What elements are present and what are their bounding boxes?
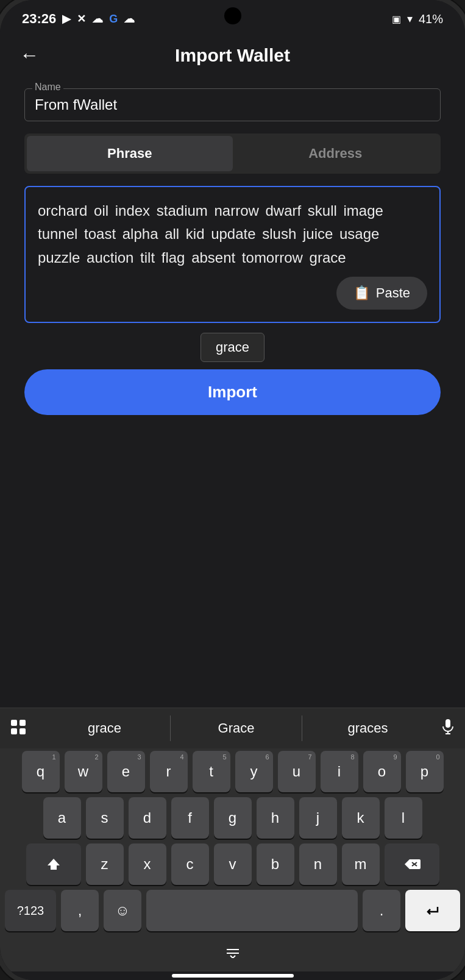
- tab-switcher: Phrase Address: [24, 133, 441, 174]
- clipboard-icon: 📋: [353, 285, 370, 301]
- autocomplete-bar: grace: [24, 333, 441, 362]
- wifi-icon: ▾: [407, 12, 413, 26]
- hide-keyboard-button[interactable]: [224, 945, 241, 962]
- key-a[interactable]: a: [43, 797, 81, 839]
- bottom-bar: [0, 939, 465, 971]
- paste-label: Paste: [376, 285, 410, 301]
- key-w[interactable]: 2w: [65, 751, 102, 792]
- key-y[interactable]: 6y: [235, 751, 273, 792]
- key-period[interactable]: .: [363, 890, 400, 931]
- suggestion-Grace[interactable]: Grace: [171, 715, 302, 741]
- key-n[interactable]: n: [299, 843, 337, 885]
- key-k[interactable]: k: [342, 797, 380, 839]
- key-shift[interactable]: [26, 843, 81, 885]
- key-space[interactable]: [146, 890, 358, 931]
- suggestion-grace[interactable]: grace: [39, 715, 171, 741]
- key-m[interactable]: m: [342, 843, 380, 885]
- key-v[interactable]: v: [214, 843, 252, 885]
- key-comma[interactable]: ,: [61, 890, 99, 931]
- keyboard-suggestions-row: grace Grace graces: [0, 708, 465, 748]
- name-field-label: Name: [32, 82, 63, 93]
- keyboard-row-3: z x c v b n m: [5, 843, 460, 885]
- import-button[interactable]: Import: [24, 369, 441, 415]
- camera-notch: [224, 7, 241, 24]
- key-u[interactable]: 7u: [278, 751, 316, 792]
- key-r[interactable]: 4r: [150, 751, 188, 792]
- home-indicator: [172, 974, 294, 978]
- key-d[interactable]: d: [129, 797, 166, 839]
- suggestion-graces[interactable]: graces: [302, 715, 433, 741]
- key-symbols[interactable]: ?123: [5, 890, 56, 931]
- key-emoji[interactable]: ☺: [104, 890, 141, 931]
- sim-icon: ▣: [392, 13, 401, 25]
- autocomplete-chip[interactable]: grace: [201, 333, 264, 362]
- page-title: Import Wallet: [175, 45, 290, 66]
- key-o[interactable]: 9o: [363, 751, 401, 792]
- key-t[interactable]: 5t: [193, 751, 230, 792]
- svg-rect-2: [11, 728, 17, 734]
- cloud-icon: ☁: [92, 12, 103, 26]
- key-z[interactable]: z: [86, 843, 124, 885]
- key-i[interactable]: 8i: [321, 751, 358, 792]
- twitter-icon: ✕: [77, 12, 86, 26]
- key-b[interactable]: b: [257, 843, 294, 885]
- key-e[interactable]: 3e: [107, 751, 145, 792]
- time: 23:26: [22, 11, 56, 27]
- keyboard-keys: 1q 2w 3e 4r 5t 6y 7u 8i 9o 0p a s d f g …: [0, 748, 465, 939]
- phrase-text: orchard oil index stadium narrow dwarf s…: [38, 199, 427, 269]
- key-enter[interactable]: [405, 890, 460, 931]
- key-delete[interactable]: [385, 843, 439, 885]
- cloud2-icon: ☁: [124, 12, 135, 26]
- key-l[interactable]: l: [385, 797, 422, 839]
- name-field-wrapper[interactable]: Name From fWallet: [24, 88, 441, 121]
- battery-icon: 41%: [419, 12, 443, 26]
- location-icon: ▶: [62, 12, 71, 26]
- svg-marker-7: [48, 859, 60, 870]
- mic-button[interactable]: [441, 718, 455, 739]
- keyboard-row-4: ?123 , ☺ .: [5, 890, 460, 931]
- form-area: Name From fWallet Phrase Address orchard…: [0, 79, 465, 425]
- svg-rect-0: [11, 720, 17, 726]
- keyboard-grid-icon: [10, 719, 27, 738]
- key-p[interactable]: 0p: [406, 751, 444, 792]
- keyboard-area: grace Grace graces 1q 2w 3e 4r 5t: [0, 708, 465, 980]
- svg-rect-1: [20, 720, 26, 726]
- back-button[interactable]: ←: [20, 44, 39, 66]
- phone-frame: 23:26 ▶ ✕ ☁ G ☁ ▣ ▾ 41% ← Import Wallet: [0, 0, 465, 980]
- header: ← Import Wallet: [0, 32, 465, 79]
- key-x[interactable]: x: [129, 843, 166, 885]
- keyboard-row-1: 1q 2w 3e 4r 5t 6y 7u 8i 9o 0p: [5, 751, 460, 792]
- key-j[interactable]: j: [299, 797, 337, 839]
- key-h[interactable]: h: [257, 797, 294, 839]
- key-q[interactable]: 1q: [22, 751, 60, 792]
- phrase-area[interactable]: orchard oil index stadium narrow dwarf s…: [24, 186, 441, 323]
- tab-address[interactable]: Address: [233, 136, 439, 171]
- paste-button[interactable]: 📋 Paste: [336, 277, 427, 310]
- google-icon: G: [109, 13, 118, 26]
- key-g[interactable]: g: [214, 797, 252, 839]
- tab-phrase[interactable]: Phrase: [27, 136, 233, 171]
- name-field-value: From fWallet: [35, 96, 430, 113]
- svg-rect-3: [20, 728, 26, 734]
- status-left: 23:26 ▶ ✕ ☁ G ☁: [22, 11, 135, 27]
- key-s[interactable]: s: [86, 797, 124, 839]
- key-c[interactable]: c: [171, 843, 209, 885]
- key-f[interactable]: f: [171, 797, 209, 839]
- status-right: ▣ ▾ 41%: [392, 12, 443, 26]
- svg-rect-4: [445, 719, 450, 728]
- keyboard-row-2: a s d f g h j k l: [5, 797, 460, 839]
